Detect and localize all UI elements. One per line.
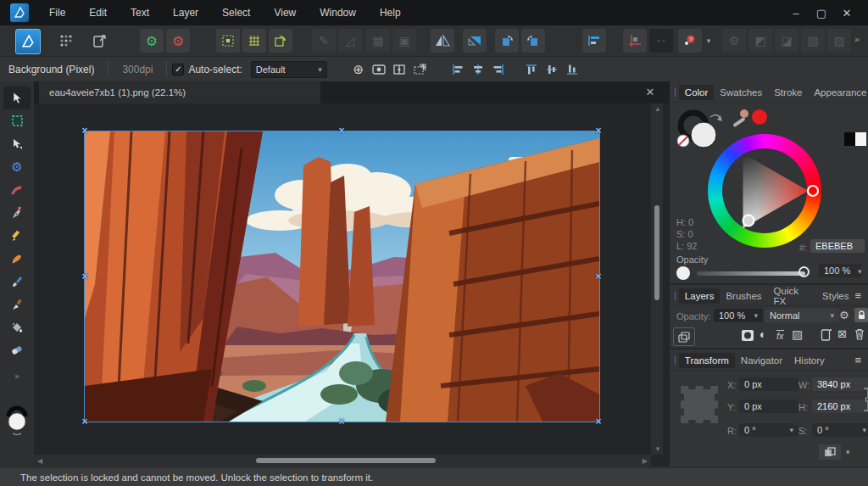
canvas-viewport[interactable]: × × × × × × × ×	[34, 103, 651, 455]
gear-green-icon[interactable]: ⚙	[140, 29, 164, 53]
horizontal-scroll-thumb[interactable]	[256, 458, 436, 463]
toolbar-toggle-button[interactable]: ▪ ▪	[649, 29, 673, 53]
auto-select-dropdown[interactable]: Default ▾	[251, 61, 327, 78]
opacity-dropdown-chevron-icon[interactable]: ▾	[858, 267, 862, 276]
pixel-persona-button[interactable]	[54, 29, 78, 53]
aspect-ratio-link-icon[interactable]	[863, 385, 868, 414]
assistant-icon[interactable]: ?	[678, 29, 702, 53]
panel-menu-icon[interactable]: ≡	[854, 289, 868, 302]
tab-transform[interactable]: Transform	[679, 353, 735, 368]
add-mask-icon[interactable]: ⊠	[837, 327, 847, 340]
menu-window[interactable]: Window	[308, 7, 368, 19]
no-fill-chip[interactable]	[677, 135, 689, 147]
edit-all-layers-button[interactable]	[673, 327, 695, 346]
gear-crossed-icon[interactable]: ⚙	[166, 29, 190, 53]
tools-overflow-button[interactable]: »	[14, 371, 19, 381]
rotate-ccw-icon[interactable]	[495, 29, 519, 53]
layer-settings-gear-icon[interactable]: ⚙	[839, 309, 849, 321]
opacity-slider-handle[interactable]	[798, 266, 810, 277]
eyedropper-icon[interactable]	[732, 117, 745, 127]
hsl-triangle[interactable]	[708, 134, 821, 248]
tab-history[interactable]: History	[788, 353, 831, 368]
align-left-icon[interactable]	[448, 61, 467, 78]
canvas-image[interactable]: × × × × × × × ×	[85, 131, 599, 422]
tool-pen[interactable]	[3, 201, 31, 224]
tab-swatches[interactable]: Swatches	[714, 85, 768, 100]
flip-vertical-icon[interactable]	[463, 29, 487, 53]
transform-origin-icon[interactable]: ⊕	[349, 61, 368, 78]
selection-handle-bottom-right[interactable]: ×	[594, 417, 603, 426]
color-picker-group[interactable]	[731, 109, 771, 131]
assistant-dropdown-chevron-icon[interactable]: ▾	[702, 29, 715, 53]
menu-layer[interactable]: Layer	[161, 7, 210, 19]
menu-select[interactable]: Select	[210, 7, 262, 19]
w-input[interactable]: 3840 px	[812, 377, 868, 391]
tool-point-transform[interactable]: ⚙	[3, 155, 31, 178]
menu-help[interactable]: Help	[368, 7, 413, 19]
selection-handle-top-right[interactable]: ×	[594, 126, 603, 135]
align-right-icon[interactable]	[489, 61, 508, 78]
scroll-up-icon[interactable]: ▲	[654, 105, 661, 113]
alignment-icon[interactable]	[582, 29, 606, 53]
tool-vector-brush[interactable]	[3, 247, 31, 270]
mask-layer-icon[interactable]	[741, 329, 754, 342]
add-layer-icon[interactable]	[821, 328, 832, 341]
vertical-scroll-thumb[interactable]	[654, 205, 659, 300]
layer-opacity-dropdown[interactable]: 100 % ▾	[714, 309, 763, 322]
tool-paint-brush[interactable]	[3, 270, 31, 293]
tool-pencil[interactable]	[3, 224, 31, 247]
tab-navigator[interactable]: Navigator	[735, 353, 788, 368]
white-swatch[interactable]	[855, 132, 866, 146]
tab-appearance[interactable]: Appearance	[808, 85, 868, 100]
swap-colors-icon[interactable]	[13, 433, 21, 435]
tool-artboard[interactable]	[3, 109, 31, 132]
flip-horizontal-icon[interactable]	[431, 29, 454, 53]
transform-mode-button[interactable]	[819, 444, 841, 460]
selection-handle-bottom-left[interactable]: ×	[81, 417, 89, 426]
persona-designer-button[interactable]	[15, 29, 41, 54]
show-selection-icon[interactable]	[370, 61, 388, 78]
selection-handle-bottom-center[interactable]: ×	[337, 417, 346, 426]
align-top-icon[interactable]	[522, 61, 541, 78]
live-filter-icon[interactable]: ▨	[792, 327, 803, 341]
tab-layers[interactable]: Layers	[679, 288, 721, 304]
shear-input[interactable]: 0 ° ▾	[812, 423, 868, 437]
panel-grip[interactable]: |	[670, 87, 679, 97]
export-persona-button[interactable]	[88, 29, 112, 53]
tool-node[interactable]	[3, 132, 31, 155]
selection-handle-middle-right[interactable]: ×	[594, 272, 603, 281]
tab-quickfx[interactable]: Quick FX	[768, 283, 817, 309]
panel-grip[interactable]: |	[670, 355, 679, 365]
horizontal-scrollbar[interactable]: ◀ ▶	[34, 455, 651, 466]
blend-mode-dropdown[interactable]: Normal ▾	[765, 309, 839, 322]
lock-icon[interactable]	[854, 308, 868, 322]
close-document-icon[interactable]: ✕	[643, 85, 658, 100]
cycle-selection-box-icon[interactable]	[410, 61, 429, 78]
h-input[interactable]: 2160 px	[812, 399, 868, 413]
minimize-icon[interactable]: –	[783, 7, 809, 20]
menu-edit[interactable]: Edit	[77, 7, 119, 19]
tool-corner[interactable]	[3, 178, 31, 201]
hex-input[interactable]: EBEBEB	[810, 239, 865, 253]
contrast-swatches[interactable]	[844, 132, 866, 146]
picked-color-swatch[interactable]	[752, 109, 767, 125]
scroll-down-icon[interactable]: ▼	[654, 445, 661, 453]
hue-marker[interactable]	[808, 186, 818, 196]
selection-handle-top-center[interactable]: ×	[337, 126, 346, 135]
menu-text[interactable]: Text	[119, 7, 161, 19]
edit-selection-box-icon[interactable]	[390, 61, 409, 78]
anchor-point-selector[interactable]	[680, 385, 719, 424]
rotation-input[interactable]: 0 ° ▾	[739, 423, 798, 437]
snap-to-pixel-icon[interactable]	[216, 29, 240, 53]
tab-color[interactable]: Color	[679, 85, 714, 100]
close-icon[interactable]: ✕	[834, 7, 860, 20]
black-swatch[interactable]	[844, 132, 855, 146]
align-bottom-icon[interactable]	[563, 61, 581, 78]
tab-stroke[interactable]: Stroke	[768, 85, 808, 100]
selection-handle-top-left[interactable]: ×	[81, 126, 89, 135]
auto-select-checkbox[interactable]: ✓	[172, 64, 184, 75]
scroll-left-icon[interactable]: ◀	[37, 457, 42, 465]
x-input[interactable]: 0 px	[739, 377, 798, 391]
fill-color-well[interactable]	[8, 413, 25, 430]
toolbar-overflow-button[interactable]: »	[854, 34, 860, 44]
